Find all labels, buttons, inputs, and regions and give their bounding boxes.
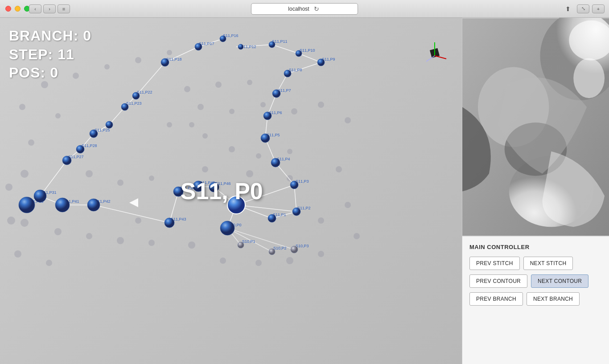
svg-point-119 xyxy=(165,218,174,228)
controller-panel: MAIN CONTROLLER PREV STITCH NEXT STITCH … xyxy=(462,236,609,364)
reader-button[interactable]: ≡ xyxy=(58,4,70,13)
svg-point-102 xyxy=(220,221,235,235)
svg-point-92 xyxy=(317,59,325,66)
pos-label: POS: 0 xyxy=(9,64,91,82)
add-tab-button[interactable]: + xyxy=(592,4,605,13)
next-branch-button[interactable]: NEXT BRANCH xyxy=(527,292,580,306)
branch-label: BRANCH: 0 xyxy=(9,27,91,45)
svg-point-47 xyxy=(46,260,52,266)
svg-point-9 xyxy=(198,104,204,110)
label-s11p10: S11,P10 xyxy=(300,48,315,53)
label-s11p28: S11,P28 xyxy=(82,143,97,148)
svg-point-51 xyxy=(135,217,141,224)
svg-point-49 xyxy=(7,217,15,225)
prev-contour-button[interactable]: PREV CONTOUR xyxy=(469,274,527,288)
svg-point-19 xyxy=(287,175,293,181)
svg-point-112 xyxy=(90,130,98,138)
svg-point-38 xyxy=(345,117,351,123)
svg-point-121 xyxy=(193,181,204,192)
svg-point-93 xyxy=(284,70,291,77)
svg-point-110 xyxy=(121,103,128,110)
next-contour-button[interactable]: NEXT CONTOUR xyxy=(531,274,588,288)
svg-point-109 xyxy=(132,92,140,99)
controller-title: MAIN CONTROLLER xyxy=(469,244,602,250)
svg-point-50 xyxy=(5,184,12,191)
svg-point-16 xyxy=(149,176,154,181)
label-s11p22: S11,P22 xyxy=(137,90,152,94)
stitch-row: PREV STITCH NEXT STITCH xyxy=(469,257,602,270)
svg-point-36 xyxy=(247,80,252,85)
svg-point-28 xyxy=(318,251,324,257)
share-icon[interactable]: ⬆ xyxy=(562,4,574,13)
svg-point-14 xyxy=(86,170,93,177)
svg-point-107 xyxy=(195,43,202,50)
svg-point-8 xyxy=(167,50,172,55)
branch-row: PREV BRANCH NEXT BRANCH xyxy=(469,292,602,306)
svg-point-90 xyxy=(269,41,275,48)
svg-point-48 xyxy=(14,250,21,258)
label-s11p23: S11,P23 xyxy=(126,101,142,106)
svg-point-89 xyxy=(238,44,243,49)
label-s10p2: S10,P2 xyxy=(273,246,287,250)
svg-point-7 xyxy=(135,57,141,63)
main-area: BRANCH: 0 STEP: 11 POS: 0 S11, P0 xyxy=(0,18,609,364)
label-s10p1: S10,P1 xyxy=(242,239,255,244)
svg-point-37 xyxy=(318,102,324,108)
info-overlay: BRANCH: 0 STEP: 11 POS: 0 xyxy=(9,27,91,82)
svg-point-12 xyxy=(291,108,297,115)
svg-point-45 xyxy=(28,139,34,146)
svg-point-17 xyxy=(202,166,208,172)
svg-point-111 xyxy=(106,121,113,128)
svg-point-96 xyxy=(261,134,270,143)
svg-point-98 xyxy=(290,181,298,189)
svg-point-29 xyxy=(21,170,29,178)
fullscreen-button[interactable]: ⤡ xyxy=(577,4,589,13)
svg-point-52 xyxy=(189,122,194,127)
svg-point-43 xyxy=(287,149,292,154)
svg-point-94 xyxy=(272,90,280,98)
svg-point-120 xyxy=(173,187,183,196)
svg-point-122 xyxy=(209,182,219,192)
svg-marker-123 xyxy=(129,198,138,207)
svg-point-101 xyxy=(227,196,245,214)
svg-point-24 xyxy=(188,241,195,249)
next-stitch-button[interactable]: NEXT STITCH xyxy=(523,257,573,270)
svg-point-115 xyxy=(34,190,46,202)
address-text: localhost xyxy=(288,6,309,12)
reload-button[interactable]: ↻ xyxy=(312,4,321,13)
svg-point-18 xyxy=(246,170,253,177)
prev-branch-button[interactable]: PREV BRANCH xyxy=(469,292,523,306)
svg-point-40 xyxy=(202,133,208,139)
svg-point-34 xyxy=(184,86,190,92)
svg-line-55 xyxy=(272,45,299,53)
svg-point-106 xyxy=(220,36,226,42)
svg-point-91 xyxy=(296,50,302,57)
step-label: STEP: 11 xyxy=(9,45,91,64)
svg-point-117 xyxy=(55,198,70,212)
minimize-button[interactable] xyxy=(15,6,21,12)
svg-point-22 xyxy=(117,237,124,244)
svg-point-42 xyxy=(256,153,261,159)
svg-point-113 xyxy=(76,145,84,153)
svg-point-116 xyxy=(19,197,35,213)
svg-point-97 xyxy=(271,158,280,167)
svg-point-27 xyxy=(286,257,293,264)
back-button[interactable]: ‹ xyxy=(29,4,41,13)
svg-point-23 xyxy=(148,240,155,246)
svg-point-95 xyxy=(263,112,272,120)
viewport-3d[interactable]: BRANCH: 0 STEP: 11 POS: 0 S11, P0 xyxy=(0,18,462,364)
svg-point-108 xyxy=(161,58,169,66)
svg-point-33 xyxy=(354,233,360,239)
svg-point-35 xyxy=(215,82,222,88)
forward-button[interactable]: › xyxy=(43,4,56,13)
label-s11p8: S11,P8 xyxy=(289,68,302,72)
prev-stitch-button[interactable]: PREV STITCH xyxy=(469,257,520,270)
svg-point-31 xyxy=(336,166,342,172)
svg-point-6 xyxy=(104,64,110,70)
svg-line-83 xyxy=(94,205,169,223)
svg-point-32 xyxy=(345,202,351,208)
svg-point-21 xyxy=(86,233,92,239)
label-s10p3: S10,P3 xyxy=(296,244,309,248)
close-button[interactable] xyxy=(5,6,11,12)
address-bar[interactable]: localhost ↻ xyxy=(251,3,358,15)
